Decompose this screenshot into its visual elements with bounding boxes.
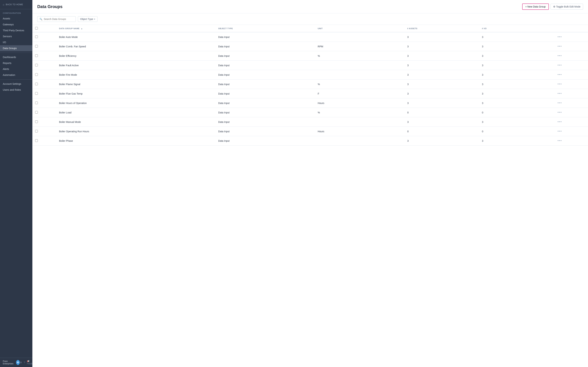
row-actions: ••• (554, 98, 588, 108)
sidebar-item-account-settings[interactable]: Account Settings (0, 81, 32, 87)
main-content: Data Groups + New Data Group ⚙ Toggle Bu… (32, 0, 588, 367)
row-unit: % (315, 80, 405, 89)
help-icon[interactable]: ? (24, 361, 25, 364)
sidebar-item-users-roles[interactable]: Users and Roles (0, 87, 32, 93)
select-all-checkbox[interactable] (35, 27, 38, 30)
row-io: 3 (479, 80, 554, 89)
row-checkbox-cell (32, 51, 56, 61)
row-checkbox[interactable] (35, 83, 38, 85)
table-row: Boiler Efficiency Data Input % 3 3 ••• (32, 51, 588, 61)
row-actions: ••• (554, 108, 588, 117)
row-actions-button[interactable]: ••• (556, 101, 563, 105)
main-header: Data Groups + New Data Group ⚙ Toggle Bu… (32, 0, 588, 13)
row-assets: 3 (404, 32, 479, 42)
new-data-group-button[interactable]: + New Data Group (522, 3, 549, 10)
sidebar-item-alerts[interactable]: Alerts (0, 66, 32, 72)
sidebar-item-third-party-devices[interactable]: Third Party Devices (0, 27, 32, 33)
row-unit: % (315, 108, 405, 117)
row-checkbox[interactable] (35, 64, 38, 67)
row-name: Boiler Comb. Fan Speed (56, 42, 216, 51)
toggle-bulk-edit-button[interactable]: ⚙ Toggle Bulk Edit Mode (551, 4, 583, 10)
table-row: Boiler Operating Run Hours Data Input Ho… (32, 127, 588, 136)
row-checkbox[interactable] (35, 73, 38, 76)
row-actions-button[interactable]: ••• (556, 63, 563, 67)
sidebar-item-dashboards[interactable]: Dashboards (0, 54, 32, 60)
avatar: M (16, 360, 20, 365)
row-checkbox[interactable] (35, 35, 38, 38)
row-assets: 3 (404, 80, 479, 89)
row-actions-button[interactable]: ••• (556, 120, 563, 124)
sidebar-item-data-groups[interactable]: Data Groups (0, 45, 32, 51)
row-unit: F (315, 89, 405, 98)
row-actions-button[interactable]: ••• (556, 92, 563, 96)
chevron-down-icon: ▾ (94, 18, 95, 20)
row-object-type: Data Input (216, 98, 315, 108)
row-unit: Hours (315, 127, 405, 136)
row-checkbox[interactable] (35, 139, 38, 142)
row-actions-button[interactable]: ••• (556, 82, 563, 86)
row-checkbox[interactable] (35, 101, 38, 104)
row-actions-button[interactable]: ••• (556, 73, 563, 77)
table-row: Boiler Fire Mode Data Input 3 3 ••• (32, 70, 588, 80)
row-name: Boiler Phase (56, 136, 216, 146)
sidebar-bottom: Pueo Enterprises M ⚙ ? 📢 Feedback ‹ (0, 358, 32, 367)
row-checkbox[interactable] (35, 111, 38, 114)
object-type-filter[interactable]: Object Type ▾ (78, 16, 97, 22)
col-header-object-type[interactable]: OBJECT TYPE (216, 25, 315, 32)
row-actions: ••• (554, 32, 588, 42)
row-io: 3 (479, 32, 554, 42)
col-header-unit[interactable]: UNIT (315, 25, 405, 32)
row-object-type: Data Input (216, 127, 315, 136)
row-actions-button[interactable]: ••• (556, 129, 563, 133)
col-header-assets[interactable]: # ASSETS (404, 25, 479, 32)
row-name: Boiler Flame Signal (56, 80, 216, 89)
sidebar-item-reports[interactable]: Reports (0, 60, 32, 66)
sidebar-item-assets[interactable]: Assets (0, 16, 32, 22)
data-groups-table: DATA GROUP NAME ▲ OBJECT TYPE UNIT # ASS… (32, 25, 588, 146)
row-object-type: Data Input (216, 89, 315, 98)
row-unit (315, 117, 405, 127)
row-checkbox-cell (32, 108, 56, 117)
sidebar-item-sensors[interactable]: Sensors (0, 33, 32, 39)
row-object-type: Data Input (216, 51, 315, 61)
row-checkbox[interactable] (35, 54, 38, 57)
back-to-home-link[interactable]: ⌂ BACK TO HOME (3, 3, 30, 6)
table-row: Boiler Flame Signal Data Input % 3 3 ••• (32, 80, 588, 89)
row-checkbox[interactable] (35, 120, 38, 123)
row-io: 3 (479, 70, 554, 80)
row-actions-button[interactable]: ••• (556, 54, 563, 58)
row-actions-button[interactable]: ••• (556, 35, 563, 39)
row-io: 3 (479, 42, 554, 51)
configuration-section-label: CONFIGURATION (0, 9, 32, 16)
row-name: Boiler Operating Run Hours (56, 127, 216, 136)
row-checkbox-cell (32, 80, 56, 89)
gear-icon[interactable]: ⚙ (20, 361, 22, 364)
row-actions: ••• (554, 61, 588, 70)
row-actions-button[interactable]: ••• (556, 110, 563, 115)
row-checkbox[interactable] (35, 130, 38, 133)
row-name: Boiler Manual Mode (56, 117, 216, 127)
row-checkbox-cell (32, 117, 56, 127)
search-icon: 🔍 (40, 18, 42, 20)
row-checkbox[interactable] (35, 45, 38, 48)
row-actions-button[interactable]: ••• (556, 44, 563, 49)
row-checkbox-cell (32, 89, 56, 98)
row-name: Boiler Fault Active (56, 61, 216, 70)
col-header-io[interactable]: # I/O (479, 25, 554, 32)
search-input[interactable] (44, 18, 73, 20)
row-io: 3 (479, 117, 554, 127)
sidebar-item-gateways[interactable]: Gateways (0, 22, 32, 27)
row-checkbox[interactable] (35, 92, 38, 95)
row-actions: ••• (554, 127, 588, 136)
back-to-home-label: BACK TO HOME (6, 3, 23, 6)
row-assets: 0 (404, 127, 479, 136)
row-actions-button[interactable]: ••• (556, 139, 563, 143)
sidebar-item-io[interactable]: I/O (0, 39, 32, 45)
row-checkbox-cell (32, 32, 56, 42)
row-object-type: Data Input (216, 136, 315, 146)
row-object-type: Data Input (216, 42, 315, 51)
sidebar-item-automation[interactable]: Automation (0, 72, 32, 78)
row-name: Boiler Fire Mode (56, 70, 216, 80)
row-checkbox-cell (32, 42, 56, 51)
col-header-name[interactable]: DATA GROUP NAME ▲ (56, 25, 216, 32)
